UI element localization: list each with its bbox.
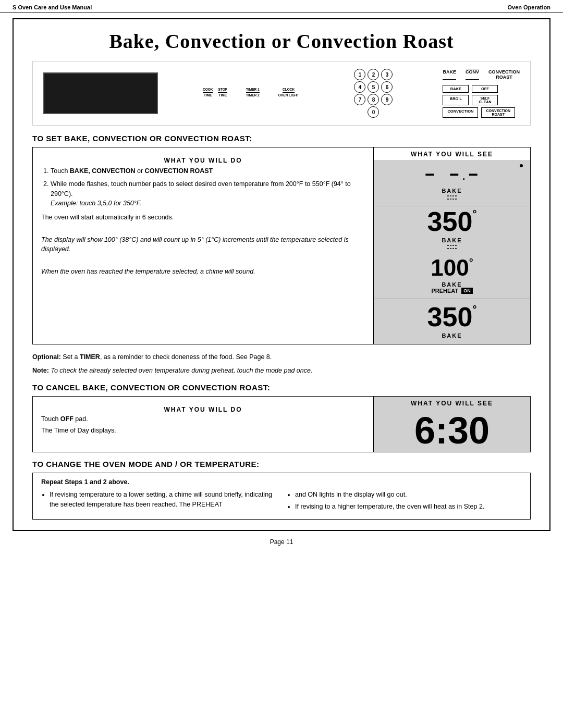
timer1-label: TIMER 1 TIMER 2 xyxy=(246,88,260,97)
cook-time-label: COOK TIME xyxy=(203,88,213,97)
broil-btn[interactable]: BROIL xyxy=(443,95,469,105)
set-section-header: To Set Bake, Convection or Convection Ro… xyxy=(32,134,531,143)
off-btn[interactable]: OFF xyxy=(472,85,498,93)
clock-label: CLOCK OVEN LIGHT xyxy=(278,88,299,97)
num-4[interactable]: 4 xyxy=(354,81,365,93)
header-right: Oven Operation xyxy=(507,4,550,10)
bake-label-4: BAKE xyxy=(442,332,462,339)
change-cols: If revising temperature to a lower setti… xyxy=(41,490,522,514)
auto-start-note: The oven will start automatically in 6 s… xyxy=(41,213,365,223)
set-instruction-box: What You Will Do Touch BAKE, CONVECTION … xyxy=(32,147,531,344)
set-right-col: What You Will See – –.– BAKE 350 ° xyxy=(374,147,530,344)
temp-display-350-1: 350 xyxy=(427,208,473,235)
display-panel-2: 350 ° BAKE xyxy=(374,206,530,253)
control-panel: BAKE CONV CONVECTIONROAST BAKE OFF BROIL… xyxy=(443,69,520,118)
change-box: Repeat Steps 1 and 2 above. If revising … xyxy=(32,473,531,520)
convection-roast-btn[interactable]: CONVECTIONROAST xyxy=(481,107,515,118)
display-note: The display will show 100° (38°C) and wi… xyxy=(41,235,365,255)
change-box-header: Repeat Steps 1 and 2 above. xyxy=(41,478,522,486)
example-note: Example: touch 3,5,0 for 350°F. xyxy=(51,200,141,207)
dot-indicator xyxy=(520,164,523,167)
degree-3: ° xyxy=(472,303,476,315)
header-left: S Oven Care and Use Manual xyxy=(13,4,92,10)
page-footer: Page 11 xyxy=(0,538,563,551)
bottom-notes: Optional: Set a TIMER, as a reminder to … xyxy=(32,352,531,376)
num-6[interactable]: 6 xyxy=(381,81,393,93)
num-8[interactable]: 8 xyxy=(368,94,379,105)
change-section-header: To Change the Oven Mode and / or Tempera… xyxy=(32,460,531,468)
bake-indicator-lines-2 xyxy=(447,244,457,250)
bake-label: BAKE xyxy=(443,69,456,80)
display-panel-4: 350 ° BAKE xyxy=(374,299,530,344)
note-para: Note: To check the already selected oven… xyxy=(32,365,531,376)
display-panel-3: 100 ° BAKE PREHEAT ON xyxy=(374,252,530,299)
change-item-3: If revising to a higher temperature, the… xyxy=(295,502,522,512)
num-2[interactable]: 2 xyxy=(368,69,379,80)
num-5[interactable]: 5 xyxy=(368,81,379,93)
change-item-1: If revising temperature to a lower setti… xyxy=(50,490,276,510)
bake-label-3: BAKE xyxy=(442,281,462,288)
preheat-row: PREHEAT ON xyxy=(431,288,472,294)
set-right-header: What You Will See xyxy=(374,147,530,160)
cancel-right-header: What You Will See xyxy=(411,397,493,409)
convection-roast-label: CONVECTIONROAST xyxy=(488,69,520,80)
cancel-right-col: What You Will See 6:30 xyxy=(374,397,530,452)
set-left-header: What You Will Do xyxy=(41,154,365,166)
cancel-step-2: The Time of Day displays. xyxy=(41,427,365,434)
self-clean-btn[interactable]: SELFCLEAN xyxy=(472,95,498,105)
num-1[interactable]: 1 xyxy=(354,69,365,80)
temp-display-100: 100 xyxy=(431,256,469,279)
num-3[interactable]: 3 xyxy=(381,69,393,80)
keypad-area: COOK TIME STOP TIME TIMER 1 TIMER 2 CLOC… xyxy=(203,88,299,100)
cancel-section-header: To Cancel Bake, Convection or Convection… xyxy=(32,383,531,392)
num-9[interactable]: 9 xyxy=(381,94,393,105)
cancel-left-header: What You Will Do xyxy=(41,403,365,415)
optional-note: Optional: Set a TIMER, as a reminder to … xyxy=(32,352,531,362)
num-0[interactable]: 0 xyxy=(368,106,379,118)
set-steps: Touch BAKE, CONVECTION or CONVECTION ROA… xyxy=(41,166,365,277)
set-left-col: What You Will Do Touch BAKE, CONVECTION … xyxy=(33,147,374,344)
degree-2: ° xyxy=(469,256,473,268)
change-col-2: and ON lights in the display will go out… xyxy=(287,490,522,514)
degree-1: ° xyxy=(472,208,476,220)
numpad: 1 2 3 4 5 6 7 8 9 0 xyxy=(354,69,393,118)
on-badge: ON xyxy=(461,288,473,294)
bake-indicator-lines-1 xyxy=(447,195,457,200)
cancel-left-col: What You Will Do Touch OFF pad. The Time… xyxy=(33,397,374,452)
preheat-label: PREHEAT xyxy=(431,288,458,294)
diagram-box: COOK TIME STOP TIME TIMER 1 TIMER 2 CLOC… xyxy=(32,61,531,126)
cancel-instruction-box: What You Will Do Touch OFF pad. The Time… xyxy=(32,396,531,452)
bake-label-1: BAKE xyxy=(442,188,462,194)
num-7[interactable]: 7 xyxy=(354,94,365,105)
change-col-1: If revising temperature to a lower setti… xyxy=(41,490,276,514)
oven-image xyxy=(43,72,158,114)
stop-time-label: STOP TIME xyxy=(218,88,227,97)
cancel-step-1: Touch OFF pad. xyxy=(41,415,365,423)
display-panel-1: – –.– BAKE xyxy=(374,160,530,206)
conv-label: CONV xyxy=(466,69,479,80)
convection-btn[interactable]: CONVECTION xyxy=(443,107,478,118)
time-display: 6:30 xyxy=(411,409,493,452)
change-item-2: and ON lights in the display will go out… xyxy=(295,490,522,500)
chime-note: When the oven has reached the temperatur… xyxy=(41,267,365,277)
bake-label-2: BAKE xyxy=(442,237,462,243)
temp-display-350-2: 350 xyxy=(427,303,473,330)
page-title: Bake, Convection or Convection Roast xyxy=(32,24,531,61)
dash-display: – –.– xyxy=(424,166,480,184)
bake-btn[interactable]: BAKE xyxy=(443,85,469,93)
